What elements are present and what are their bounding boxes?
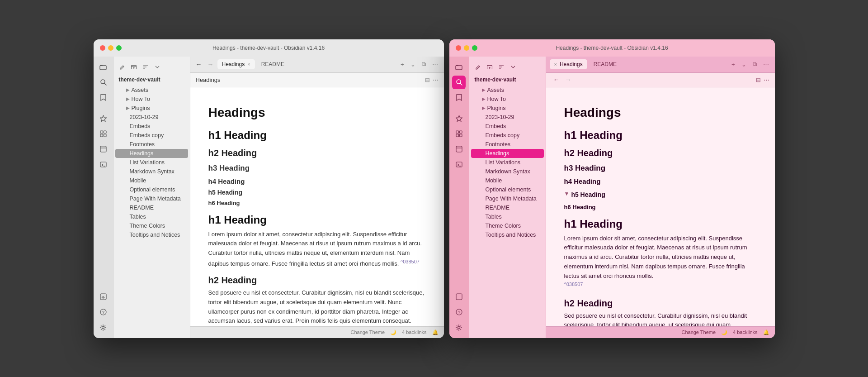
nav-split-icon[interactable]: ⊟	[425, 76, 430, 83]
sidebar-pink-folder[interactable]	[452, 60, 466, 74]
tree-pink-theme-colors[interactable]: Theme Colors	[471, 221, 544, 230]
tree-pink-embeds-copy[interactable]: Embeds copy	[471, 131, 544, 140]
tree-pink-embeds[interactable]: Embeds	[471, 122, 544, 131]
sidebar-icon-bookmark[interactable]	[96, 91, 110, 105]
tree-new-folder-icon[interactable]	[129, 62, 139, 72]
svg-rect-5	[100, 131, 103, 134]
tree-pink-mobile[interactable]: Mobile	[471, 176, 544, 185]
sidebar-icon-layout[interactable]	[96, 143, 110, 156]
sidebar-pink-bookmark[interactable]	[452, 91, 466, 105]
sidebar-pink-publish[interactable]	[452, 290, 466, 304]
pink-change-theme-label[interactable]: Change Theme	[681, 329, 716, 335]
sidebar-icon-terminal[interactable]	[96, 158, 110, 172]
tree-pink-edit-icon[interactable]	[473, 62, 483, 72]
sidebar-icon-folder[interactable]	[96, 60, 110, 74]
tree-item-mobile[interactable]: Mobile	[115, 176, 188, 185]
tab-readme[interactable]: README	[257, 59, 289, 69]
tab-pink-add[interactable]: +	[729, 60, 737, 69]
tree-item-date[interactable]: 2023-10-29	[115, 113, 188, 122]
tab-dropdown-button[interactable]: ⌄	[408, 60, 418, 69]
tree-pink-headings[interactable]: Headings	[471, 149, 544, 158]
tree-pink-markdown-syntax[interactable]: Markdown Syntax	[471, 167, 544, 176]
sidebar-pink-search-active[interactable]	[452, 76, 466, 89]
sidebar-icon-settings[interactable]	[96, 321, 110, 334]
tree-pink-tooltips[interactable]: Tooltips and Notices	[471, 230, 544, 239]
tree-item-tooltips[interactable]: Tooltips and Notices	[115, 230, 188, 239]
tree-item-assets[interactable]: ▶ Assets	[115, 86, 188, 95]
tree-pink-howto[interactable]: ▶ How To	[471, 95, 544, 104]
icon-sidebar-pink: ?	[449, 57, 469, 338]
tab-pink-more[interactable]: ⋯	[761, 60, 771, 69]
tab-pink-readme[interactable]: README	[589, 59, 621, 69]
sidebar-pink-settings[interactable]	[452, 321, 466, 334]
pink-backlinks-label[interactable]: 4 backlinks	[733, 329, 757, 335]
tree-collapse-icon[interactable]	[152, 62, 162, 72]
change-theme-label[interactable]: Change Theme	[350, 329, 385, 335]
tab-more-button[interactable]: ⋯	[430, 60, 440, 69]
tree-pink-date[interactable]: 2023-10-29	[471, 113, 544, 122]
back-button[interactable]: ←	[194, 60, 204, 69]
tab-headings[interactable]: Headings ×	[217, 59, 255, 69]
tree-item-howto[interactable]: ▶ How To	[115, 95, 188, 104]
tree-item-tables[interactable]: Tables	[115, 212, 188, 221]
sidebar-pink-terminal[interactable]	[452, 158, 466, 172]
sidebar-icon-search[interactable]	[96, 76, 110, 89]
maximize-button[interactable]	[116, 45, 122, 51]
minimize-button-pink[interactable]	[464, 45, 469, 51]
tree-item-markdown-syntax[interactable]: Markdown Syntax	[115, 167, 188, 176]
doc-title-light: Headings	[208, 105, 426, 120]
close-button[interactable]	[100, 45, 105, 51]
nav-more-pink[interactable]: ⋯	[764, 76, 769, 83]
tab-split-button[interactable]: ⧉	[420, 59, 428, 69]
sidebar-pink-layout[interactable]	[452, 143, 466, 156]
sidebar-pink-star[interactable]	[452, 112, 466, 125]
tab-pink-headings[interactable]: × Headings	[550, 59, 587, 69]
traffic-lights	[100, 45, 122, 51]
tree-sort-icon[interactable]	[141, 62, 151, 72]
tree-item-footnotes[interactable]: Footnotes	[115, 140, 188, 149]
tab-close-headings[interactable]: ×	[247, 62, 250, 67]
close-button-pink[interactable]	[456, 45, 461, 51]
tree-pink-new-folder-icon[interactable]	[485, 62, 495, 72]
sidebar-icon-help[interactable]: ?	[96, 305, 110, 319]
nav-more-icon[interactable]: ⋯	[433, 76, 439, 83]
sidebar-pink-grid[interactable]	[452, 127, 466, 141]
tree-pink-tables[interactable]: Tables	[471, 212, 544, 221]
tab-pink-split[interactable]: ⧉	[750, 59, 759, 69]
pink-h3-preview: h3 Heading	[564, 164, 757, 173]
tree-pink-readme[interactable]: README	[471, 203, 544, 212]
tree-pink-list-variations[interactable]: List Variations	[471, 158, 544, 167]
tree-pink-optional[interactable]: Optional elements	[471, 185, 544, 194]
tree-pink-sort-icon[interactable]	[496, 62, 506, 72]
tab-pink-dropdown[interactable]: ⌄	[739, 60, 749, 69]
sidebar-icon-publish[interactable]	[96, 290, 110, 304]
tree-pink-plugins[interactable]: ▶ Plugins	[471, 104, 544, 113]
minimize-button[interactable]	[108, 45, 113, 51]
tree-item-plugins[interactable]: ▶ Plugins	[115, 104, 188, 113]
tree-item-headings[interactable]: Headings	[115, 149, 188, 158]
sidebar-icon-star[interactable]	[96, 112, 110, 125]
tree-item-readme[interactable]: README	[115, 203, 188, 212]
tab-add-button[interactable]: +	[398, 60, 406, 69]
tree-pink-page-metadata[interactable]: Page With Metadata	[471, 194, 544, 203]
tree-pink-assets[interactable]: ▶ Assets	[471, 86, 544, 95]
tree-item-list-variations[interactable]: List Variations	[115, 158, 188, 167]
sidebar-icon-grid[interactable]	[96, 127, 110, 141]
tree-pink-footnotes[interactable]: Footnotes	[471, 140, 544, 149]
tree-pink-collapse-icon[interactable]	[508, 62, 518, 72]
tree-item-embeds[interactable]: Embeds	[115, 122, 188, 131]
nav-forward-pink[interactable]: →	[563, 75, 573, 84]
backlinks-label[interactable]: 4 backlinks	[402, 329, 426, 335]
tree-item-page-metadata[interactable]: Page With Metadata	[115, 194, 188, 203]
tab-close-pink-headings[interactable]: ×	[554, 62, 557, 67]
nav-split-pink[interactable]: ⊟	[756, 76, 761, 83]
tree-item-optional[interactable]: Optional elements	[115, 185, 188, 194]
svg-rect-33	[459, 134, 462, 137]
sidebar-pink-help[interactable]: ?	[452, 305, 466, 319]
tree-edit-icon[interactable]	[117, 62, 127, 72]
nav-back-pink[interactable]: ←	[552, 75, 561, 84]
tree-item-embeds-copy[interactable]: Embeds copy	[115, 131, 188, 140]
tree-item-theme-colors[interactable]: Theme Colors	[115, 221, 188, 230]
maximize-button-pink[interactable]	[472, 45, 477, 51]
forward-button[interactable]: →	[206, 60, 216, 69]
